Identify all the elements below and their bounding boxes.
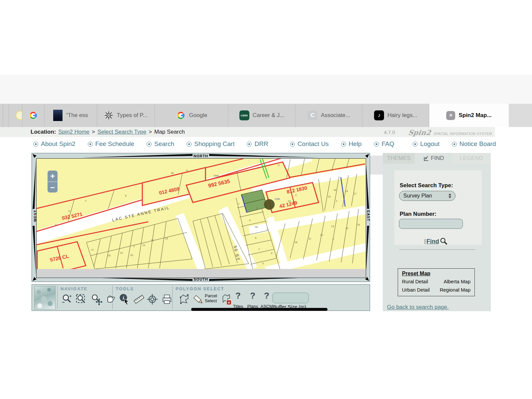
preset-map-grid: Rural Detail Alberta Map Urban Detail Re… xyxy=(402,279,470,293)
tab-associate[interactable]: C Associate... xyxy=(296,104,362,127)
breadcrumb-bar: Location: Spin2 Home > Select Search Typ… xyxy=(0,127,532,137)
nav-contact-us[interactable]: Contact Us xyxy=(290,140,329,148)
nav-faq[interactable]: FAQ xyxy=(374,140,394,148)
plan-number-input[interactable] xyxy=(399,219,463,229)
radio-bullet-icon xyxy=(290,142,295,147)
breadcrumb-link-home[interactable]: Spin2 Home xyxy=(59,129,90,135)
zoom-window-icon xyxy=(75,293,87,305)
close-tab-icon[interactable]: × xyxy=(446,111,455,120)
toolbar-divider xyxy=(172,286,173,309)
plans-query-button[interactable]: ? xyxy=(247,291,259,303)
nav-logout[interactable]: Logout xyxy=(413,140,440,148)
nav-notice-board[interactable]: Notice Board xyxy=(452,140,496,148)
nav-fee-schedule[interactable]: Fee Schedule xyxy=(88,140,134,148)
lot-number: 3A xyxy=(171,172,174,175)
lot-number: U xyxy=(186,169,188,172)
nav-label: About Spin2 xyxy=(41,140,75,148)
lot-number: 7 xyxy=(258,248,260,251)
lot-number: 23 xyxy=(165,237,168,240)
compass-north[interactable]: NORTH xyxy=(32,154,370,158)
tab-the-ess[interactable]: “The ess xyxy=(45,104,97,127)
tab-spin2-map-active[interactable]: × Spin2 Map... xyxy=(429,104,509,127)
nav-search[interactable]: Search xyxy=(147,140,174,148)
map-canvas[interactable]: 992 5635 012 4809 812 1830 42 1249 032 5… xyxy=(36,158,366,278)
lot-number: 24 xyxy=(288,200,291,202)
go-back-link[interactable]: Go back to search page. xyxy=(387,304,449,311)
search-type-label: Select Search Type: xyxy=(400,182,453,189)
breadcrumb-background: Location: Spin2 Home > Select Search Typ… xyxy=(0,127,495,137)
search-type-select[interactable]: Survey Plan xyxy=(399,191,456,201)
clear-selection-tool-button[interactable]: × xyxy=(221,293,233,305)
zoom-window-tool-button[interactable] xyxy=(75,293,87,305)
corner-mark-icon xyxy=(365,277,369,281)
breadcrumb-link-search-type[interactable]: Select Search Type xyxy=(97,129,146,135)
preset-rural-detail[interactable]: Rural Detail xyxy=(402,279,435,284)
google-favicon xyxy=(176,110,186,120)
compass-star-favicon xyxy=(104,111,113,120)
tab-google[interactable]: Google xyxy=(155,104,228,127)
nav-label: Contact Us xyxy=(298,140,329,148)
zoom-out-button[interactable]: − xyxy=(48,182,58,193)
tab-hairy-legs[interactable]: ♪ Hairy legs... xyxy=(362,104,429,127)
zoom-in-tool-button[interactable]: + − xyxy=(61,293,73,305)
zoom-extent-tool-button[interactable] xyxy=(90,293,102,305)
nav-drr[interactable]: DRR xyxy=(247,140,268,148)
nav-label: Shopping Cart xyxy=(194,140,234,148)
side-panel: THEMES FIND LEGEND Select Search Type: S… xyxy=(379,153,491,311)
radio-bullet-icon xyxy=(247,142,252,147)
zoom-extent-icon xyxy=(90,293,102,305)
lot-number: T xyxy=(85,200,87,202)
lot-number: 6 xyxy=(255,236,256,239)
lot-number: 1 xyxy=(238,202,239,205)
pan-tool-button[interactable] xyxy=(104,293,116,305)
tab-partial[interactable] xyxy=(0,104,3,127)
info-cursor-icon: i xyxy=(118,293,130,305)
map-zoom-control: + − xyxy=(48,171,58,193)
tab-partial[interactable] xyxy=(3,104,9,127)
tab-career[interactable]: CBRE Career & J... xyxy=(228,104,296,127)
print-tool-button[interactable] xyxy=(161,293,173,305)
spin2-logo: Spin2 SPATIAL INFORMATION SYSTEM xyxy=(408,127,492,138)
overview-thumbnail[interactable] xyxy=(34,286,56,310)
radio-bullet-icon xyxy=(33,142,38,147)
tab-label: Associate... xyxy=(321,112,350,119)
find-label: Find xyxy=(426,238,439,245)
tab-types-of-p[interactable]: Types of P... xyxy=(97,104,155,127)
center-tool-button[interactable] xyxy=(146,293,158,305)
tab-bar-filler xyxy=(509,104,532,127)
tab-partial-google[interactable] xyxy=(22,104,45,127)
preset-urban-detail[interactable]: Urban Detail xyxy=(402,287,435,293)
lot-number: 12 xyxy=(320,233,323,236)
compass-west[interactable]: WEST xyxy=(32,153,36,282)
lot-number: 2 xyxy=(267,228,268,231)
nav-about-spin2[interactable]: About Spin2 xyxy=(33,140,75,148)
lot-number: 17 xyxy=(91,248,94,251)
nav-help[interactable]: Help xyxy=(341,140,362,148)
west-wedge-top-icon xyxy=(32,159,36,209)
compass-east-label: EAST xyxy=(366,209,370,223)
tab-themes[interactable]: THEMES xyxy=(383,153,415,164)
tab-partial[interactable] xyxy=(9,104,22,127)
measure-tool-button[interactable] xyxy=(133,293,145,305)
nav-shopping-cart[interactable]: Shopping Cart xyxy=(187,140,234,148)
tab-label: Google xyxy=(189,112,207,119)
find-button[interactable]: | Find xyxy=(424,237,448,245)
svg-text:?: ? xyxy=(250,291,255,301)
buffer-size-input[interactable] xyxy=(272,293,309,303)
zoom-in-magnifier-icon: + − xyxy=(61,293,73,305)
parcel-select-tool-button[interactable] xyxy=(193,293,205,305)
titles-query-button[interactable]: ? xyxy=(232,291,244,303)
identify-tool-button[interactable]: i xyxy=(118,293,130,305)
polygon-select-tool-button[interactable] xyxy=(178,293,190,305)
preset-regional-map[interactable]: Regional Map xyxy=(437,287,470,293)
preset-alberta-map[interactable]: Alberta Map xyxy=(437,279,470,284)
tab-find[interactable]: FIND xyxy=(415,153,452,164)
tab-bar: “The ess Types of P... xyxy=(0,104,532,127)
zoom-in-button[interactable]: + xyxy=(48,171,58,182)
horizontal-scrollbar[interactable] xyxy=(191,308,328,311)
lot-number: 2 xyxy=(332,238,334,241)
lot-number: 8 xyxy=(271,252,272,255)
question-mark-icon: ? xyxy=(232,291,244,301)
ascm-query-button[interactable]: ? xyxy=(261,291,273,303)
tab-legend[interactable]: LEGEND xyxy=(452,153,491,164)
